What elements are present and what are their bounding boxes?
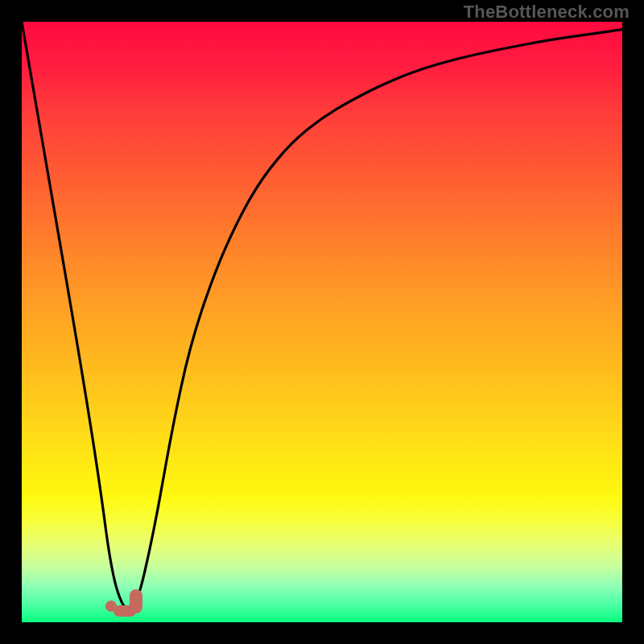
optimal-marker: [105, 601, 142, 620]
watermark-text: TheBottleneck.com: [464, 2, 630, 23]
chart-frame: TheBottleneck.com: [0, 0, 644, 644]
bottleneck-curve: [22, 22, 622, 622]
optimal-marker-upright: [130, 589, 142, 613]
plot-area: [22, 22, 622, 622]
